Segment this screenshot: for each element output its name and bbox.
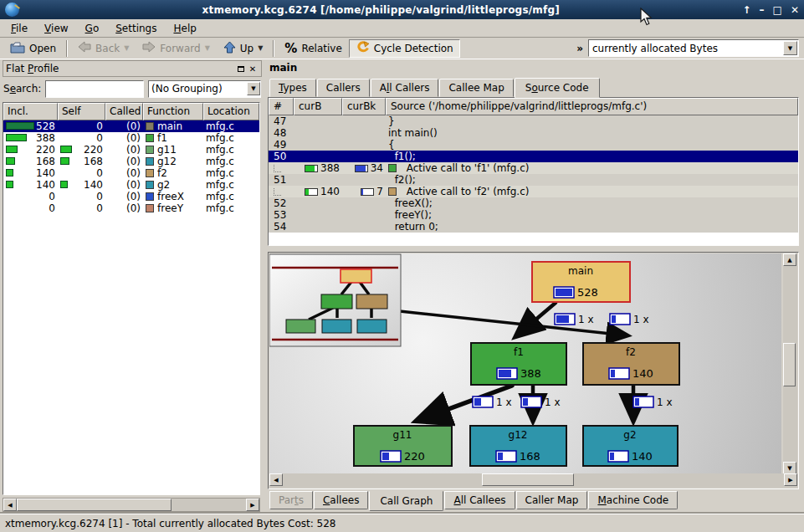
dock-close-icon[interactable]: ✕ [247,64,259,74]
graph-node-g2[interactable]: g2 140 [583,426,678,466]
svg-text:388: 388 [520,367,541,380]
status-bar: xtmemory.kcg.6274 [1] - Total currently … [0,514,804,532]
tab-machine-code[interactable]: Machine Code [588,491,678,509]
tab-source-code[interactable]: Source Code [515,78,600,98]
tab-caller-map[interactable]: Caller Map [516,491,588,509]
forward-button[interactable]: Forward ▼ [136,39,216,58]
up-dropdown-icon[interactable]: ▼ [258,44,263,52]
graph-node-f2[interactable]: f2 140 [583,343,679,385]
graph-hscrollbar[interactable]: ◀ ▶ [269,473,797,488]
tab-callers[interactable]: Callers [317,79,370,97]
graph-node-g11[interactable]: g11 220 [354,426,452,466]
svg-text:528: 528 [577,286,598,299]
graph-vscrollbar[interactable]: ▲ ▼ [783,253,797,474]
table-row-freeY[interactable]: 0 0 (0) freeY mfg.c [3,202,259,214]
dock-titlebar[interactable]: Flat Profile ✕ [3,60,262,77]
scroll-up-icon[interactable]: ▲ [783,253,796,266]
function-color-swatch [146,181,154,189]
grouping-combobox[interactable]: (No Grouping) ▼ [148,80,261,98]
scrollbar-thumb[interactable] [17,499,172,511]
column-header-curbk[interactable]: curBk [342,98,386,115]
shade-button[interactable]: ↑ [743,4,751,16]
toolbar-overflow-button[interactable]: » [571,43,588,54]
open-icon [10,41,25,56]
svg-text:220: 220 [404,450,425,463]
close-button[interactable]: ✕ [791,4,799,16]
function-color-swatch [146,122,154,130]
column-header-location[interactable]: Location [203,103,259,120]
table-row-f1[interactable]: 388 0 (0) f1 mfg.c [3,132,259,144]
cost-type-value: currently allocated Bytes [589,43,783,54]
column-header-self[interactable]: Self [58,103,105,120]
scroll-left-icon[interactable]: ◀ [269,473,283,486]
source-call-row[interactable]: 388 34 Active call to 'f1' (mfg.c) [269,162,798,174]
flat-profile-hscrollbar[interactable]: ◀ ▶ [3,498,260,512]
menu-settings[interactable]: Settings [108,21,164,36]
table-row-g2[interactable]: 140 140 (0) g2 mfg.c [3,179,259,191]
menu-bar: File View Go Settings Help [0,19,804,38]
open-button[interactable]: Open [3,39,63,58]
call-graph-canvas[interactable]: main 528 f1 388 f2 140 [269,253,781,474]
scroll-right-icon[interactable]: ▶ [246,499,259,511]
column-header-function[interactable]: Function [143,103,203,120]
graph-node-f1[interactable]: f1 388 [471,343,566,385]
cycle-detection-button[interactable]: Cycle Detection [349,39,460,58]
graph-node-main[interactable]: main 528 [532,262,630,302]
menu-file[interactable]: File [3,21,35,36]
column-header-line[interactable]: # [269,98,294,115]
column-header-curb[interactable]: curB [294,98,342,115]
graph-node-g12[interactable]: g12 168 [470,426,566,466]
scrollbar-thumb[interactable] [482,473,574,486]
source-line[interactable]: 52 freeX(); [269,197,798,209]
search-input[interactable] [45,80,144,98]
source-line[interactable]: 47} [269,115,798,127]
tab-callees[interactable]: Callees [314,491,368,509]
relative-button[interactable]: % Relative [278,39,348,58]
source-line-selected[interactable]: 50 f1(); [269,151,798,162]
source-line[interactable]: 48int main() [269,127,798,139]
forward-dropdown-icon[interactable]: ▼ [205,44,210,52]
table-row-main[interactable]: 528 0 (0) main mfg.c [3,120,259,132]
source-call-row[interactable]: 140 7 Active call to 'f2' (mfg.c) [269,186,798,197]
table-row-g12[interactable]: 168 168 (0) g12 mfg.c [3,156,259,167]
maximize-button[interactable]: □ [773,4,782,16]
menu-go[interactable]: Go [78,21,107,36]
search-label: Search: [3,83,41,95]
up-button[interactable]: Up ▼ [217,39,270,58]
table-row-freeX[interactable]: 0 0 (0) freeX mfg.c [3,191,259,202]
tab-all-callees[interactable]: All Callees [444,491,515,509]
column-header-source[interactable]: Source ('/home/philippe/valgrind/littlep… [386,98,798,115]
source-line[interactable]: 54 return 0; [269,221,798,233]
tab-call-graph[interactable]: Call Graph [369,491,443,511]
scrollbar-thumb[interactable] [783,343,796,386]
source-line[interactable]: 49{ [269,139,798,151]
back-dropdown-icon[interactable]: ▼ [124,44,129,52]
tab-callee-map[interactable]: Callee Map [439,79,513,97]
percent-icon: % [284,41,297,56]
tab-parts[interactable]: Parts [269,491,313,509]
minimize-button[interactable]: – [760,4,765,16]
table-row-g11[interactable]: 220 220 (0) g11 mfg.c [3,144,259,156]
scroll-left-icon[interactable]: ◀ [3,499,17,511]
column-header-incl[interactable]: Incl. [3,103,58,120]
scroll-down-icon[interactable]: ▼ [783,462,796,474]
tab-all-callers[interactable]: All Callers [371,79,439,97]
cost-type-combobox[interactable]: currently allocated Bytes ▼ [588,39,799,57]
menu-view[interactable]: View [37,21,75,36]
detail-tabs: Types Callers All Callers Callee Map Sou… [268,77,801,97]
float-icon[interactable] [235,64,247,74]
chevron-down-icon[interactable]: ▼ [247,82,260,95]
edge-label: 1 x [555,314,594,325]
graph-overview-minimap[interactable] [269,254,401,346]
tab-types[interactable]: Types [269,79,316,97]
source-line[interactable]: 53 freeY(); [269,209,798,221]
scroll-right-icon[interactable]: ▶ [784,473,797,486]
chevron-down-icon[interactable]: ▼ [783,41,797,55]
table-row-f2[interactable]: 140 0 (0) f2 mfg.c [3,167,259,179]
source-line[interactable]: 51 f2(); [269,174,798,186]
svg-text:1 x: 1 x [545,396,561,408]
column-header-called[interactable]: Called [105,103,143,120]
back-button[interactable]: Back ▼ [71,39,136,58]
source-code-table: # curB curBk Source ('/home/philippe/val… [268,97,799,246]
menu-help[interactable]: Help [166,21,203,36]
